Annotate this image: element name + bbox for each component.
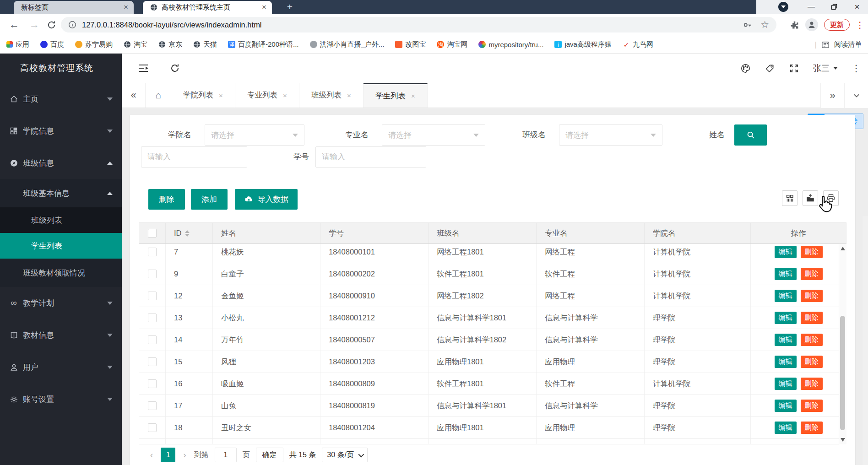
sidebar-item-教学计划[interactable]: ∞教学计划 <box>0 287 122 319</box>
window-minimize-button[interactable]: — <box>807 2 816 12</box>
tab-close-icon[interactable]: × <box>347 92 351 99</box>
edit-button[interactable]: 编辑 <box>775 400 797 412</box>
sidebar-item-班级教材领取情况[interactable]: 班级教材领取情况 <box>0 259 122 287</box>
prev-page-button[interactable]: ‹ <box>148 450 155 460</box>
reload-icon[interactable] <box>47 20 59 30</box>
browser-tab-newtab[interactable]: 新标签页 × <box>14 1 134 14</box>
tab-专业列表[interactable]: 专业列表× <box>235 83 299 108</box>
edit-button[interactable]: 编辑 <box>775 246 797 258</box>
delete-button[interactable]: 删除 <box>801 334 823 346</box>
home-tab[interactable]: ⌂ <box>146 83 171 108</box>
edit-button[interactable]: 编辑 <box>775 290 797 302</box>
sidebar-item-主页[interactable]: 主页 <box>0 83 122 115</box>
sidebar-item-账号设置[interactable]: 账号设置 <box>0 383 122 415</box>
tab-close-icon[interactable]: × <box>219 92 223 99</box>
sort-icon[interactable] <box>185 230 190 237</box>
delete-button[interactable]: 删除 <box>801 422 823 434</box>
bookmark-item[interactable]: 淘宝 <box>124 40 147 49</box>
delete-button[interactable]: 删除 <box>148 189 185 210</box>
page-number-input[interactable] <box>215 448 237 462</box>
columns-filter-button[interactable] <box>782 190 797 206</box>
row-checkbox[interactable] <box>148 270 157 278</box>
sort-desc-icon[interactable] <box>185 234 190 237</box>
page-scrollbar[interactable] <box>863 216 868 465</box>
search-button[interactable] <box>734 124 767 146</box>
next-page-button[interactable]: › <box>181 450 188 460</box>
delete-button[interactable]: 删除 <box>801 290 823 302</box>
name-input[interactable] <box>141 146 247 168</box>
row-checkbox[interactable] <box>148 335 157 344</box>
bookmark-item[interactable]: 京东 <box>158 40 182 49</box>
college-select[interactable]: 请选择 <box>205 124 304 146</box>
extensions-puzzle-icon[interactable] <box>790 20 799 30</box>
edit-button[interactable]: 编辑 <box>775 356 797 368</box>
tabs-dropdown-button[interactable] <box>844 83 868 108</box>
bookmark-star-icon[interactable]: ☆ <box>760 19 769 30</box>
major-select[interactable]: 请选择 <box>382 124 485 146</box>
row-checkbox[interactable] <box>148 314 157 322</box>
sidebar-item-教材信息[interactable]: 教材信息 <box>0 319 122 351</box>
row-checkbox[interactable] <box>148 379 157 388</box>
edit-button[interactable]: 编辑 <box>775 422 797 434</box>
bookmark-item[interactable]: 苏宁易购 <box>75 40 113 49</box>
fullscreen-icon[interactable] <box>789 63 799 74</box>
table-scrollbar[interactable] <box>839 244 846 444</box>
delete-button[interactable]: 删除 <box>801 312 823 324</box>
scroll-up-arrow-icon[interactable] <box>841 247 845 250</box>
bookmark-item[interactable]: 译百度翻译-200种语... <box>228 40 299 49</box>
scroll-down-arrow-icon[interactable] <box>841 438 845 442</box>
row-checkbox[interactable] <box>148 423 157 432</box>
theme-palette-icon[interactable] <box>740 63 751 74</box>
tabs-scroll-left-button[interactable]: « <box>122 83 146 108</box>
bookmark-item[interactable]: 应用 <box>6 40 29 49</box>
chrome-update-button[interactable]: 更新 <box>824 19 850 31</box>
bookmark-item[interactable]: 天猫 <box>193 40 217 49</box>
tab-班级列表[interactable]: 班级列表× <box>299 83 363 108</box>
bookmark-item[interactable]: ✓九鸟网 <box>623 40 653 49</box>
back-icon[interactable]: ← <box>8 19 20 31</box>
user-menu[interactable]: 张三 <box>813 63 838 74</box>
collapse-sidebar-icon[interactable] <box>137 63 149 74</box>
row-checkbox[interactable] <box>148 248 157 256</box>
edit-button[interactable]: 编辑 <box>775 378 797 390</box>
tab-学生列表[interactable]: 学生列表× <box>363 83 428 108</box>
select-all-checkbox[interactable] <box>148 229 157 238</box>
tab-close-icon[interactable]: × <box>124 3 128 12</box>
delete-button[interactable]: 删除 <box>801 378 823 390</box>
tabs-scroll-right-button[interactable]: » <box>820 83 844 108</box>
tab-close-icon[interactable]: × <box>411 92 415 100</box>
delete-button[interactable]: 删除 <box>801 356 823 368</box>
confirm-page-button[interactable]: 确定 <box>256 448 283 462</box>
row-checkbox[interactable] <box>148 292 157 300</box>
sidebar-item-班级基本信息[interactable]: 班级基本信息 <box>0 179 122 207</box>
bookmark-item[interactable]: jjava高级程序猿 <box>554 40 612 49</box>
add-button[interactable]: 添加 <box>191 189 228 210</box>
reading-list-area[interactable]: | 阅读清单 <box>815 36 862 54</box>
bookmark-item[interactable]: 洪湖小肖直播_户外... <box>310 40 385 49</box>
export-button[interactable] <box>803 190 818 206</box>
sidebar-item-班级列表[interactable]: 班级列表 <box>0 207 122 233</box>
profile-avatar[interactable] <box>805 18 818 31</box>
delete-button[interactable]: 删除 <box>801 400 823 412</box>
bookmark-item[interactable]: myrepository/tru... <box>478 41 543 49</box>
print-button[interactable] <box>823 190 839 206</box>
browser-menu-icon[interactable]: ⋮ <box>856 21 864 29</box>
tag-icon[interactable] <box>765 63 775 74</box>
browser-update-badge-icon[interactable] <box>778 2 788 12</box>
window-close-button[interactable]: × <box>852 2 862 12</box>
tab-close-icon[interactable]: × <box>262 3 266 12</box>
sidebar-item-用户[interactable]: 用户 <box>0 351 122 383</box>
delete-button[interactable]: 删除 <box>801 268 823 280</box>
per-page-select[interactable]: 30 条/页 <box>322 448 368 462</box>
row-checkbox[interactable] <box>148 401 157 410</box>
bookmark-item[interactable]: 百度 <box>40 40 64 49</box>
browser-tab-active[interactable]: 高校教材管理系统主页 × <box>143 1 272 14</box>
password-key-icon[interactable] <box>743 20 752 30</box>
import-data-button[interactable]: 导入数据 <box>235 189 298 210</box>
sort-asc-icon[interactable] <box>185 230 190 233</box>
tab-学院列表[interactable]: 学院列表× <box>171 83 235 108</box>
sidebar-item-学院信息[interactable]: 学院信息 <box>0 115 122 147</box>
row-checkbox[interactable] <box>148 357 157 366</box>
edit-button[interactable]: 编辑 <box>775 334 797 346</box>
edit-button[interactable]: 编辑 <box>775 312 797 324</box>
